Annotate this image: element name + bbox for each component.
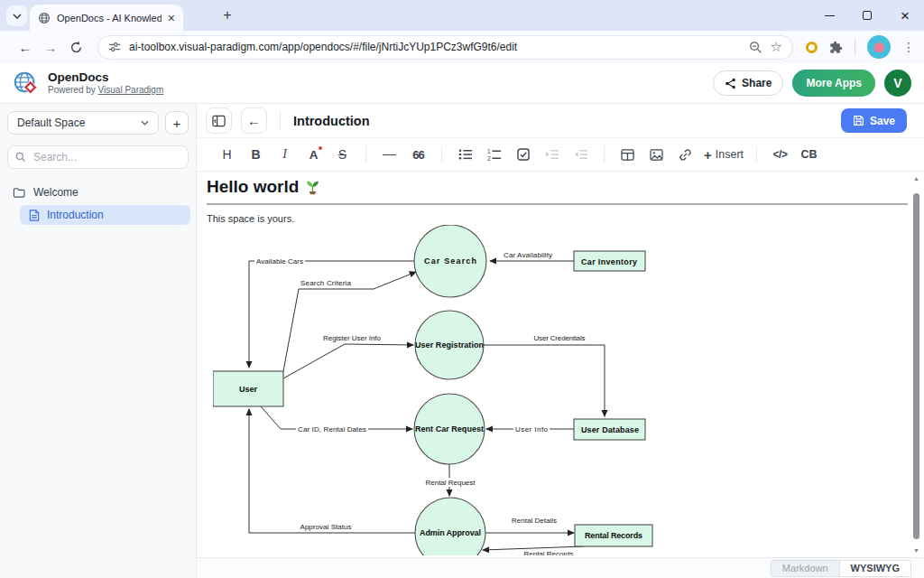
extensions-puzzle-icon[interactable] [829, 41, 843, 54]
browser-profile-avatar[interactable] [867, 35, 891, 59]
more-apps-button[interactable]: More Apps [792, 70, 875, 97]
panel-left-icon [212, 115, 226, 127]
app-header: OpenDocs Powered by Visual Paradigm Shar… [0, 63, 924, 104]
flow-label: Approval Status [300, 523, 352, 531]
wysiwyg-mode-button[interactable]: WYSIWYG [840, 560, 911, 577]
doc-paragraph[interactable]: This space is yours. [207, 213, 908, 224]
seedling-emoji-icon [305, 179, 320, 195]
bullet-list-button[interactable] [455, 143, 476, 166]
editor-canvas[interactable]: Hello world This space is yours. [197, 172, 924, 557]
checklist-button[interactable] [513, 143, 533, 166]
browser-actions: ⋮ [802, 35, 915, 59]
user-avatar[interactable]: V [884, 70, 911, 97]
page-title: Introduction [293, 114, 370, 128]
scroll-down-icon[interactable]: ▼ [910, 547, 922, 554]
entity-label: User Database [581, 425, 639, 434]
blockquote-button[interactable]: 66 [408, 143, 429, 166]
process-label: Car Search [424, 256, 476, 266]
minimize-button[interactable] [810, 0, 848, 31]
divider [604, 146, 605, 163]
share-button[interactable]: Share [713, 70, 783, 96]
zoom-out-icon[interactable] [749, 41, 762, 54]
flow-label: Register User Info [323, 334, 382, 342]
inline-code-button[interactable]: </> [770, 143, 790, 166]
maximize-icon [863, 11, 872, 20]
markdown-mode-button[interactable]: Markdown [771, 560, 840, 577]
share-label: Share [742, 77, 772, 89]
bullet-list-icon [458, 148, 473, 161]
close-button[interactable]: × [886, 0, 924, 31]
browser-tab[interactable]: OpenDocs - AI Knowledge Base × [30, 5, 183, 31]
forward-button[interactable]: → [38, 34, 63, 60]
site-settings-icon[interactable] [108, 41, 121, 53]
link-button[interactable] [675, 143, 696, 166]
numbered-list-button[interactable]: 12 [484, 143, 504, 166]
tab-search-button[interactable] [6, 5, 27, 26]
flow-label: User Info [515, 425, 549, 434]
italic-button[interactable]: I [274, 143, 295, 166]
address-bar[interactable]: ai-toolbox.visual-paradigm.com/app/opend… [97, 35, 793, 60]
image-button[interactable] [646, 143, 667, 166]
scrollbar-thumb[interactable] [913, 193, 919, 539]
sidebar-item-welcome[interactable]: Welcome [0, 182, 196, 203]
browser-toolbar: ← → ai-toolbox.visual-paradigm.com/app/o… [0, 31, 924, 63]
reload-icon [69, 41, 83, 54]
divider [280, 111, 281, 131]
chevron-down-icon [13, 14, 22, 19]
browser-window: OpenDocs - AI Knowledge Base × + × ← → a… [0, 0, 924, 578]
back-button[interactable]: ← [13, 34, 38, 60]
doc-header: ← Introduction Save [197, 104, 924, 137]
maximize-button[interactable] [848, 0, 886, 31]
search-box[interactable] [7, 145, 189, 169]
bold-button[interactable]: B [245, 143, 266, 166]
checklist-icon [517, 148, 530, 161]
flow-label: Rental Request [426, 479, 476, 487]
flow-label: Car ID, Rental Dates [298, 425, 366, 434]
opendocs-logo-icon [13, 70, 40, 97]
app-title: OpenDocs [48, 70, 163, 85]
strikethrough-button[interactable]: S [332, 143, 353, 166]
tab-close-icon[interactable]: × [168, 12, 175, 24]
scroll-up-icon[interactable]: ▲ [910, 175, 922, 182]
flow-user-credentials [484, 345, 605, 416]
space-selector[interactable]: Default Space [7, 111, 159, 135]
toggle-sidebar-button[interactable] [206, 107, 232, 134]
flow-label: User Credentials [534, 334, 586, 342]
flow-label: Car Availability [504, 251, 552, 259]
indent-button[interactable] [541, 143, 562, 166]
visual-paradigm-link[interactable]: Visual Paradigm [98, 85, 164, 95]
editor-scrollbar[interactable]: ▲ ▼ [910, 173, 922, 555]
data-flow-diagram[interactable]: Car Search User Registration Rent Car Re… [213, 225, 910, 555]
outdent-icon [574, 148, 588, 161]
code-block-button[interactable]: CB [799, 143, 819, 166]
brand: OpenDocs Powered by Visual Paradigm [48, 70, 163, 95]
table-button[interactable] [617, 143, 638, 166]
doc-heading[interactable]: Hello world [207, 177, 908, 205]
window-controls: × [810, 0, 924, 31]
globe-favicon-icon [38, 12, 51, 24]
document-icon [29, 210, 40, 221]
insert-label: Insert [716, 148, 744, 161]
extension-ring-icon[interactable] [806, 42, 818, 53]
insert-button[interactable]: + Insert [704, 143, 744, 166]
add-space-button[interactable]: + [165, 111, 189, 135]
back-page-button[interactable]: ← [241, 107, 267, 134]
outdent-button[interactable] [570, 143, 591, 166]
tab-title: OpenDocs - AI Knowledge Base [57, 13, 162, 23]
process-label: User Registration [415, 340, 484, 350]
horizontal-rule-button[interactable] [379, 143, 400, 166]
save-button[interactable]: Save [841, 108, 907, 133]
reload-button[interactable] [63, 34, 88, 60]
process-label: Admin Approval [420, 528, 481, 537]
text-color-button[interactable]: A [303, 143, 324, 166]
url-text[interactable]: ai-toolbox.visual-paradigm.com/app/opend… [129, 41, 741, 53]
new-tab-button[interactable]: + [217, 5, 238, 26]
browser-menu-icon[interactable]: ⋮ [902, 40, 915, 54]
editor-toolbar: H B I A S 66 12 [197, 137, 924, 172]
search-input[interactable] [32, 150, 180, 164]
heading-button[interactable]: H [217, 143, 237, 166]
save-label: Save [870, 115, 895, 127]
sidebar-item-introduction[interactable]: Introduction [20, 205, 190, 225]
bookmark-star-icon[interactable]: ☆ [771, 39, 782, 55]
divider [365, 146, 366, 163]
